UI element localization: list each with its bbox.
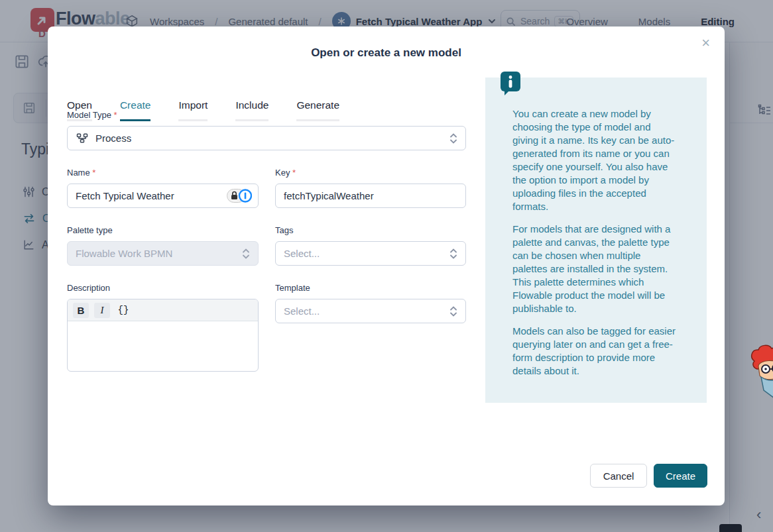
model-type-label: Model Type *: [67, 110, 117, 120]
tab-create[interactable]: Create: [120, 99, 151, 121]
name-label: Name *: [67, 168, 95, 178]
select-chevrons-icon: [449, 133, 457, 144]
tab-include[interactable]: Include: [235, 99, 268, 121]
template-select[interactable]: Select...: [275, 299, 466, 323]
select-chevrons-icon: [242, 248, 250, 260]
code-braces-button[interactable]: {}: [115, 303, 131, 318]
info-icon: [501, 72, 520, 95]
name-field-wrap: [67, 184, 259, 208]
cancel-button[interactable]: Cancel: [590, 464, 647, 488]
description-label: Description: [67, 283, 110, 293]
select-chevrons-icon: [449, 248, 457, 260]
info-paragraph: Models can also be tagged for easier que…: [512, 325, 676, 378]
required-mark: *: [92, 168, 95, 178]
palette-type-select: Flowable Work BPMN: [67, 241, 259, 266]
info-text: You can create a new model by choosing t…: [485, 78, 707, 378]
dialog-title: Open or create a new model: [48, 46, 725, 60]
open-create-model-dialog: × Open or create a new model Open Create…: [48, 27, 725, 505]
palette-type-value: Flowable Work BPMN: [76, 248, 242, 259]
model-type-value: Process: [95, 133, 449, 144]
tab-generate[interactable]: Generate: [296, 99, 339, 121]
description-editor: B I {}: [67, 299, 259, 372]
flowable-mascot[interactable]: [748, 344, 773, 398]
info-panel: You can create a new model by choosing t…: [485, 78, 707, 403]
required-mark: *: [292, 168, 296, 178]
required-mark: *: [114, 110, 117, 120]
tags-label: Tags: [275, 225, 293, 235]
key-field-wrap: [275, 184, 466, 208]
template-label: Template: [275, 283, 310, 293]
tags-select[interactable]: Select...: [275, 241, 466, 266]
model-type-select[interactable]: Process: [67, 126, 466, 150]
select-chevrons-icon: [449, 305, 457, 317]
description-toolbar: B I {}: [68, 299, 258, 321]
process-icon: [76, 132, 89, 145]
bold-button[interactable]: B: [73, 303, 89, 318]
key-input[interactable]: [275, 184, 466, 208]
key-label: Key *: [275, 168, 296, 178]
tags-placeholder: Select...: [284, 248, 449, 259]
palette-type-label: Palette type: [67, 225, 113, 235]
info-paragraph: You can create a new model by choosing t…: [512, 107, 676, 213]
description-textarea[interactable]: [68, 321, 258, 372]
template-placeholder: Select...: [284, 305, 449, 317]
create-button[interactable]: Create: [654, 464, 707, 488]
password-manager-icons[interactable]: [227, 189, 252, 203]
italic-button[interactable]: I: [94, 303, 110, 318]
info-paragraph: For models that are designed with a pale…: [512, 223, 676, 315]
tab-import[interactable]: Import: [178, 99, 208, 121]
